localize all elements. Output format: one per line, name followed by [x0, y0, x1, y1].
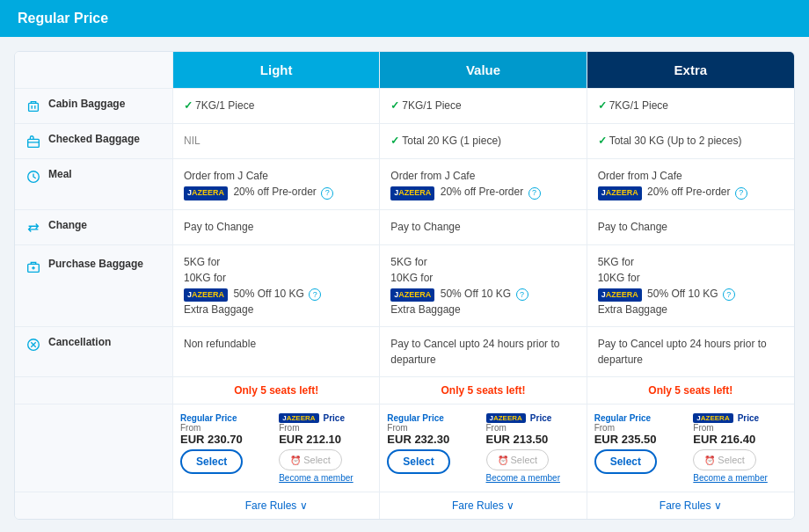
column-header-value: Value	[380, 52, 587, 89]
price-jazeera-extra: JAZEERA Price From EUR 216.40 ⏰ Select B…	[693, 413, 787, 483]
cabin-baggage-value: ✓7KG/1 Piece	[380, 89, 587, 124]
info-icon-meal-light[interactable]: ?	[321, 187, 333, 200]
info-icon-meal-value[interactable]: ?	[528, 187, 541, 200]
price-jazeera-value: JAZEERA Price From EUR 213.50 ⏰ Select B…	[486, 413, 579, 483]
select-button-value-regular[interactable]: Select	[387, 449, 449, 474]
purchase-baggage-value: 5KG for 10KG for JAZEERA 50% Off 10 KG ?…	[380, 245, 587, 328]
promo-badge-light-meal: JAZEERA	[184, 186, 228, 200]
promo-badge-value-purchase: JAZEERA	[390, 288, 434, 302]
chevron-down-icon: ∨	[300, 499, 308, 512]
main-content: Light Value Extra Cabin Baggage ✓7KG/1 P…	[0, 37, 809, 532]
checked-baggage-extra: ✓Total 30 KG (Up to 2 pieces)	[587, 124, 794, 159]
column-header-light: Light	[173, 52, 380, 89]
select-button-extra-jazeera[interactable]: ⏰ Select	[693, 449, 756, 470]
purchase-baggage-light: 5KG for 10KG for JAZEERA 50% Off 10 KG ?…	[173, 245, 380, 328]
info-icon-purchase-light[interactable]: ?	[309, 288, 321, 301]
svg-rect-3	[28, 139, 40, 147]
jazeera-badge-light: JAZEERA	[279, 413, 318, 423]
change-icon	[26, 220, 41, 236]
select-button-extra-regular[interactable]: Select	[594, 449, 657, 474]
chevron-down-icon: ∨	[714, 499, 722, 512]
cancellation-value: Pay to Cancel upto 24 hours prior to dep…	[380, 327, 587, 377]
seats-left-extra: Only 5 seats left!	[587, 377, 794, 404]
seats-left-value: Only 5 seats left!	[380, 377, 587, 404]
checked-baggage-icon	[26, 134, 41, 149]
info-icon-purchase-value[interactable]: ?	[516, 288, 528, 301]
select-button-value-jazeera[interactable]: ⏰ Select	[486, 449, 550, 470]
promo-badge-value-meal: JAZEERA	[390, 186, 434, 200]
seats-left-light: Only 5 seats left!	[173, 377, 380, 404]
jazeera-badge-extra: JAZEERA	[693, 413, 732, 423]
meal-extra: Order from J Cafe JAZEERA 20% off Pre-or…	[587, 159, 794, 210]
become-member-light[interactable]: Become a member	[279, 473, 372, 483]
label-purchase-baggage: Purchase Baggage	[15, 245, 173, 328]
meal-icon	[26, 169, 41, 185]
seats-left-empty	[15, 377, 173, 404]
price-regular-value: Regular Price From EUR 232.30 Select	[387, 413, 480, 474]
price-section-extra: Regular Price From EUR 235.50 Select JAZ…	[587, 404, 794, 492]
purchase-baggage-extra: 5KG for 10KG for JAZEERA 50% Off 10 KG ?…	[587, 245, 794, 328]
column-header-extra: Extra	[587, 52, 794, 89]
info-icon-meal-extra[interactable]: ?	[735, 187, 747, 200]
price-regular-light: Regular Price From EUR 230.70 Select	[180, 413, 273, 474]
cabin-baggage-icon	[26, 98, 41, 114]
change-value: Pay to Change	[380, 210, 587, 245]
price-section-value: Regular Price From EUR 232.30 Select JAZ…	[380, 404, 587, 492]
price-regular-extra: Regular Price From EUR 235.50 Select	[594, 413, 689, 474]
label-change: Change	[15, 210, 173, 245]
checked-baggage-light: NIL	[173, 124, 380, 159]
promo-badge-extra-purchase: JAZEERA	[598, 288, 642, 302]
cancellation-extra: Pay to Cancel upto 24 hours prior to dep…	[587, 327, 794, 377]
label-checked-baggage: Checked Baggage	[15, 124, 173, 159]
change-light: Pay to Change	[173, 210, 380, 245]
header-empty-cell	[15, 52, 173, 89]
label-meal: Meal	[15, 159, 173, 210]
page-header: Regular Price	[0, 0, 809, 37]
cabin-baggage-light: ✓7KG/1 Piece	[173, 89, 380, 124]
purchase-baggage-icon	[26, 259, 41, 274]
price-jazeera-light: JAZEERA Price From EUR 212.10 ⏰ Select B…	[279, 413, 372, 483]
cabin-baggage-extra: ✓7KG/1 Piece	[587, 89, 794, 124]
chevron-down-icon: ∨	[507, 499, 514, 512]
checked-baggage-value: ✓Total 20 KG (1 piece)	[380, 124, 587, 159]
page-wrapper: Regular Price Light Value Extra	[0, 0, 809, 532]
fare-rules-value[interactable]: Fare Rules ∨	[380, 492, 587, 519]
fare-comparison-table: Light Value Extra Cabin Baggage ✓7KG/1 P…	[14, 51, 795, 520]
change-extra: Pay to Change	[587, 210, 794, 245]
become-member-extra[interactable]: Become a member	[693, 473, 787, 483]
label-cabin-baggage: Cabin Baggage	[15, 89, 173, 124]
promo-badge-light-purchase: JAZEERA	[184, 288, 228, 302]
meal-value: Order from J Cafe JAZEERA 20% off Pre-or…	[380, 159, 587, 210]
promo-badge-extra-meal: JAZEERA	[598, 186, 642, 200]
become-member-value[interactable]: Become a member	[486, 473, 579, 483]
page-title: Regular Price	[18, 11, 108, 26]
svg-rect-0	[29, 103, 39, 111]
fare-rules-light[interactable]: Fare Rules ∨	[173, 492, 380, 519]
info-icon-purchase-extra[interactable]: ?	[723, 288, 735, 301]
select-button-light-jazeera[interactable]: ⏰ Select	[279, 449, 342, 470]
label-cancellation: Cancellation	[15, 327, 173, 377]
meal-light: Order from J Cafe JAZEERA 20% off Pre-or…	[173, 159, 380, 210]
jazeera-badge-value: JAZEERA	[486, 413, 526, 423]
fare-rules-extra[interactable]: Fare Rules ∨	[587, 492, 794, 519]
price-empty-cell	[15, 404, 173, 492]
fare-rules-empty	[15, 492, 173, 519]
cancellation-light: Non refundable	[173, 327, 380, 377]
price-section-light: Regular Price From EUR 230.70 Select JAZ…	[173, 404, 380, 492]
cancellation-icon	[26, 337, 41, 353]
select-button-light-regular[interactable]: Select	[180, 449, 243, 474]
